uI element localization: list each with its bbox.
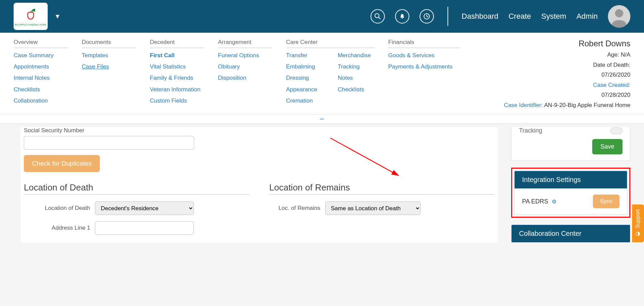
ssn-row: Social Security Number	[24, 127, 494, 150]
nav-system[interactable]: System	[541, 12, 566, 21]
ssn-input[interactable]	[24, 136, 194, 150]
location-of-death-section: Location of Death Location of Death Dece…	[24, 172, 249, 241]
integration-name: PA EDRS	[522, 198, 548, 205]
link-custom-fields[interactable]: Custom Fields	[150, 96, 204, 105]
location-of-death-select[interactable]: Decedent's Residence	[95, 201, 194, 215]
address-line-1-input[interactable]	[95, 221, 194, 235]
logo-text: BIG APPLE FUNERAL HOME	[15, 24, 47, 26]
subnav-heading-arrangement: Arrangement	[218, 39, 272, 48]
collaboration-center-heading: Collaboration Center	[512, 225, 630, 242]
link-case-summary[interactable]: Case Summary	[14, 51, 68, 60]
link-internal-notes[interactable]: Internal Notes	[14, 73, 68, 82]
sync-button[interactable]: Sync	[593, 195, 619, 208]
collaboration-center-card: Collaboration Center	[511, 225, 630, 243]
tracking-label: Tracking	[519, 127, 542, 134]
company-logo[interactable]: BIG APPLE FUNERAL HOME	[14, 3, 48, 30]
subnav-care-center: Care Center Transfer Embalming Dressing …	[286, 39, 375, 111]
case-age: Age: N/A	[504, 50, 630, 59]
link-checklists[interactable]: Checklists	[14, 85, 68, 94]
nav-admin[interactable]: Admin	[577, 12, 598, 21]
support-icon: ◐	[635, 231, 641, 238]
user-avatar[interactable]	[608, 5, 630, 28]
subnav-arrangement: Arrangement Funeral Options Obituary Dis…	[218, 39, 272, 111]
link-collaboration[interactable]: Collaboration	[14, 96, 68, 105]
case-date-of-death: Date of Death:	[504, 61, 630, 70]
subnav-financials: Financials Goods & Services Payments & A…	[388, 39, 460, 111]
link-templates[interactable]: Templates	[82, 51, 136, 60]
svg-point-4	[615, 9, 623, 17]
collapse-subnav-button[interactable]: ︽	[0, 114, 644, 124]
svg-line-2	[379, 17, 380, 19]
search-icon-button[interactable]	[371, 9, 385, 24]
chevron-up-double-icon: ︽	[320, 115, 325, 121]
integration-settings-card: Integration Settings PA EDRS ⚙ Sync	[514, 171, 627, 215]
person-icon	[608, 5, 630, 28]
link-tracking[interactable]: Tracking	[338, 62, 371, 71]
link-merchandise[interactable]: Merchandise	[338, 51, 371, 60]
history-icon-button[interactable]	[420, 9, 434, 24]
link-cc-checklists[interactable]: Checklists	[338, 85, 371, 94]
subnav-overview: Overview Case Summary Appointments Inter…	[14, 39, 68, 111]
header-divider	[447, 7, 448, 26]
link-case-files[interactable]: Case Files	[82, 62, 136, 71]
link-appearance[interactable]: Appearance	[286, 85, 317, 94]
case-info-panel: Robert Downs Age: N/A Date of Death: 07/…	[504, 39, 630, 111]
link-goods-services[interactable]: Goods & Services	[388, 51, 460, 60]
tracking-toggle[interactable]	[610, 127, 623, 134]
gear-icon[interactable]: ⚙	[552, 199, 556, 204]
subnav-documents: Documents Templates Case Files	[82, 39, 136, 111]
case-dod-value: 07/26/2020	[504, 71, 630, 79]
link-cremation[interactable]: Cremation	[286, 96, 317, 105]
integration-settings-heading: Integration Settings	[515, 171, 627, 188]
check-duplicates-button[interactable]: Check for Duplicates	[24, 155, 100, 172]
link-dressing[interactable]: Dressing	[286, 73, 317, 82]
link-family-friends[interactable]: Family & Friends	[150, 73, 204, 82]
support-tab[interactable]: ◐ Support	[632, 204, 644, 242]
link-funeral-options[interactable]: Funeral Options	[218, 51, 272, 60]
case-created-label: Case Created:	[504, 81, 630, 90]
search-icon	[374, 13, 381, 20]
link-appointments[interactable]: Appointments	[14, 62, 68, 71]
nav-create[interactable]: Create	[508, 12, 531, 21]
clock-icon	[423, 13, 430, 20]
subnav-heading-overview: Overview	[14, 39, 68, 48]
link-embalming[interactable]: Embalming	[286, 62, 317, 71]
page-content: Social Security Number Check for Duplica…	[0, 124, 644, 256]
app-header: BIG APPLE FUNERAL HOME ▼ Dashboard Creat…	[0, 0, 644, 33]
tracking-card: Tracking Save	[511, 127, 630, 161]
subnav-heading-care-center: Care Center	[286, 39, 375, 48]
notifications-icon-button[interactable]	[395, 9, 409, 24]
ssn-label: Social Security Number	[24, 127, 494, 134]
case-created-value: 07/28/2020	[504, 91, 630, 100]
main-form-column: Social Security Number Check for Duplica…	[20, 127, 498, 243]
decedent-name: Robert Downs	[504, 39, 630, 48]
link-first-call[interactable]: First Call	[150, 51, 204, 60]
location-of-death-heading: Location of Death	[24, 182, 249, 195]
link-obituary[interactable]: Obituary	[218, 62, 272, 71]
svg-point-1	[375, 14, 379, 18]
location-of-death-label: Location of Death	[24, 205, 90, 212]
loc-remains-select[interactable]: Same as Location of Death	[325, 201, 421, 215]
link-vital-statistics[interactable]: Vital Statistics	[150, 62, 204, 71]
bell-icon	[399, 13, 405, 19]
loc-remains-label: Loc. of Remains	[269, 205, 320, 212]
link-payments-adjustments[interactable]: Payments & Adjustments	[388, 62, 460, 71]
save-button[interactable]: Save	[592, 139, 623, 154]
link-disposition[interactable]: Disposition	[218, 73, 272, 82]
subnav-heading-financials: Financials	[388, 39, 460, 48]
case-identifier: Case Identifier: AN-9-20-Big Apple Funer…	[504, 101, 630, 110]
nav-dashboard[interactable]: Dashboard	[462, 12, 499, 21]
link-veteran-info[interactable]: Veteran Information	[150, 85, 204, 94]
subnav-heading-documents: Documents	[82, 39, 136, 48]
support-label: Support	[635, 209, 641, 228]
address-line-1-label: Address Line 1	[24, 225, 90, 231]
location-of-remains-section: Location of Remains Loc. of Remains Same…	[269, 172, 494, 241]
integration-highlight-annotation: Integration Settings PA EDRS ⚙ Sync	[511, 168, 630, 218]
link-transfer[interactable]: Transfer	[286, 51, 317, 60]
subnav-heading-decedent: Decedent	[150, 39, 204, 48]
link-notes[interactable]: Notes	[338, 73, 371, 82]
sidebar-column: Tracking Save Integration Settings PA ED…	[511, 127, 630, 243]
subnav-decedent: Decedent First Call Vital Statistics Fam…	[150, 39, 204, 111]
case-subnavigation: Overview Case Summary Appointments Inter…	[0, 33, 644, 114]
logo-dropdown-caret[interactable]: ▼	[54, 13, 61, 20]
